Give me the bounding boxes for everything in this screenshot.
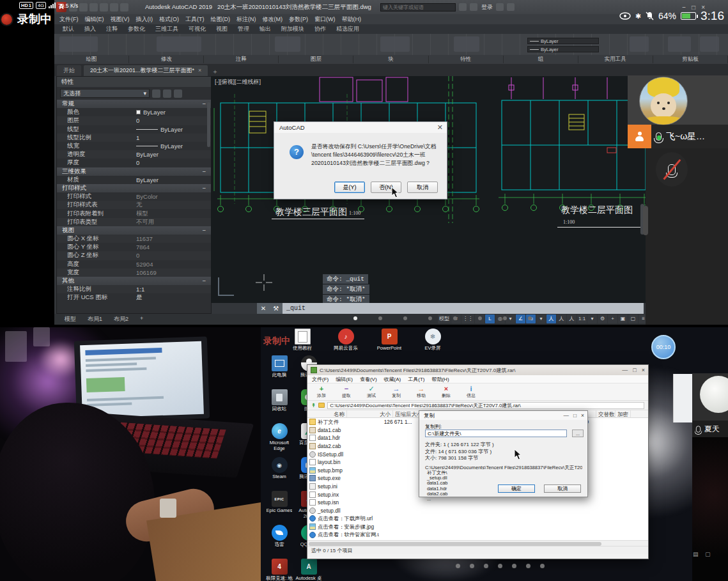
webcam-video[interactable] [0,327,261,581]
annotate-tools-icons[interactable] [275,36,300,52]
status-icon[interactable]: + [608,314,617,323]
toolbar-button[interactable]: + 添加 [313,385,330,399]
panel-label[interactable]: 图层 [279,56,353,63]
collapse-icon[interactable]: − [202,277,206,284]
menu-item[interactable]: 编辑(E) [336,376,353,383]
quick-select-icon[interactable] [174,89,182,98]
viewport-label[interactable]: [-][俯视][二维线框] [215,78,261,86]
participant-tile-top[interactable]: 飞~ω星… [628,75,728,148]
recorder-float-button[interactable]: 00:10 [651,335,676,359]
close-icon[interactable]: × [642,367,645,373]
toolbar-button[interactable]: ✓ 测试 [363,385,380,399]
property-row[interactable]: 材质 ByLayer [57,176,211,184]
mute-mic-button[interactable] [656,152,688,187]
panel-label[interactable]: 注释 [204,56,279,63]
presenter-badge-icon[interactable] [628,125,651,148]
clipboard-tools-icons[interactable] [700,36,719,52]
status-icon[interactable]: ▢ [628,314,638,323]
minimize-icon[interactable]: — [622,367,628,373]
ribbon-tab[interactable]: 可视化 [184,24,210,34]
property-row[interactable]: 透明度 ByLayer [57,150,211,159]
property-row[interactable]: 打印样式 ByColor [57,192,211,201]
select-objects-icon[interactable] [163,89,171,98]
ribbon-tab[interactable]: 管理 [233,24,254,34]
dialog-close-icon[interactable]: ✕ [437,123,443,132]
toolbar-button[interactable]: − 提取 [338,385,355,399]
ok-button[interactable]: 确定 [498,484,535,493]
ribbon-tab[interactable]: 参数化 [123,24,150,34]
panel-label[interactable]: 修改 [129,56,204,63]
property-row[interactable]: 打印样式 − [57,184,211,192]
selection-dropdown[interactable]: 无选择▾ [60,89,150,98]
account-icon[interactable] [470,3,477,11]
ribbon-tab[interactable]: 视图 [212,24,232,34]
menu-item[interactable]: 工具(T) [185,15,205,24]
status-icon[interactable]: 人 [557,314,566,323]
ribbon-tab[interactable]: 注释 [102,24,122,34]
desktop-icon[interactable]: 此电脑 [265,355,294,389]
address-input[interactable]: C:\Users\24499\Documents\Tencent Files\2… [327,402,644,409]
toolbar-button[interactable]: → 复制 [388,385,405,399]
file-row[interactable]: 点击查看：安装步骤.jpg [307,523,648,531]
page-dots-top[interactable] [353,316,532,320]
menu-item[interactable]: 查看(V) [360,376,377,383]
panel-label[interactable]: 组 [504,56,578,63]
property-row[interactable]: 宽度 106169 [57,268,211,277]
menu-item[interactable]: 工具(T) [408,376,424,383]
desktop-icon[interactable]: ◉ Steam [265,457,294,491]
column-header[interactable]: 名称 [307,410,347,417]
tab-document[interactable]: 20土木一班20201...教学楼二三层平面图*× [84,65,208,76]
search-icon[interactable] [459,3,467,11]
page-dots-bottom[interactable] [456,564,545,568]
collapse-icon[interactable]: − [202,227,206,234]
property-row[interactable]: 厚度 0 [57,159,211,167]
property-row[interactable]: 圆心 X 坐标 11637 [57,235,211,243]
layout-tab[interactable]: 模型 [59,314,81,324]
layout-tab[interactable]: 布局1 [82,314,107,324]
menu-item[interactable]: 文件(F) [312,376,329,383]
help-icon[interactable] [507,3,515,11]
tab-start[interactable]: 开始 [57,65,81,76]
menu-item[interactable]: 视图(V) [111,15,130,24]
search-input[interactable] [380,3,456,12]
property-row[interactable]: 打印样式表 无 [57,201,211,209]
cancel-button[interactable]: 取消 [407,182,438,193]
cmd-tools-icon[interactable]: ⚒ [273,305,279,312]
toolbar-button[interactable]: i 信息 [463,385,479,399]
panel-label[interactable]: 剪贴板 [653,56,728,63]
property-row[interactable]: 圆心 Z 坐标 0 [57,251,211,260]
ribbon-tab[interactable]: 精选应用 [332,24,364,34]
status-icon[interactable]: 1:1 [577,314,587,323]
draw-tools-icons[interactable] [59,36,98,52]
menu-item[interactable]: 帮助(H) [431,376,449,383]
desktop-icon[interactable]: ♪ 网易云音乐 [331,329,360,352]
desktop-icon[interactable]: P PowerPoint [375,329,404,352]
store-icon[interactable] [496,3,504,11]
menu-item[interactable]: 插入(I) [136,15,153,24]
sidebar-scrollbar[interactable] [643,206,648,235]
cancel-button[interactable]: 取消 [544,484,581,493]
panel-label[interactable]: 绘图 [54,56,129,63]
ribbon-tab[interactable]: 附加模块 [277,24,309,34]
layer-tools-icons[interactable] [380,36,410,52]
ribbon-tab[interactable]: 三维工具 [151,24,183,34]
block-tools-icons[interactable] [454,36,479,52]
menu-item[interactable]: 收藏(A) [384,376,401,383]
destination-input[interactable] [425,430,567,437]
collapse-icon[interactable]: − [202,100,206,107]
modify-tools-icons[interactable] [157,36,201,52]
status-icon[interactable]: ▾ [536,314,546,323]
column-header[interactable]: 交替数据流 [596,410,616,417]
menu-item[interactable]: 修改(M) [263,15,283,24]
utility-tools-icons[interactable] [668,36,691,52]
file-row[interactable]: 点击查看：软件管家官网.url [307,531,648,539]
ribbon-tab[interactable]: 输出 [255,24,275,34]
property-row[interactable]: 常规 − [57,100,211,108]
file-row[interactable]: 点击查看：下载声明.url [307,515,648,523]
status-icon[interactable]: ⚙ [598,314,607,323]
status-icon[interactable]: ▾ [587,314,597,323]
property-row[interactable]: 线型比例 1 [57,134,211,142]
signin-link[interactable]: 登录 [481,3,493,12]
panel-label[interactable]: 块 [353,56,428,63]
menu-item[interactable]: 标注(N) [236,15,256,24]
